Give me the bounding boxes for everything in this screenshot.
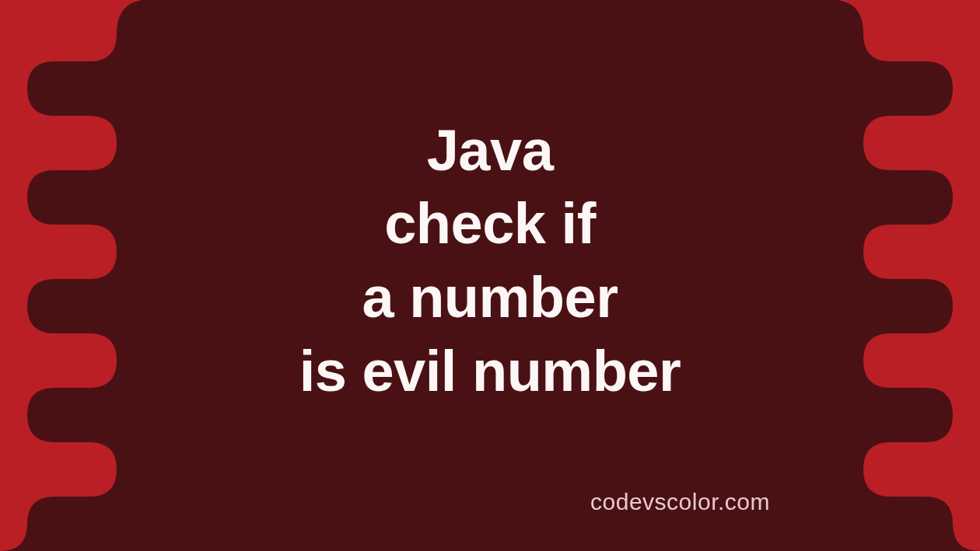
banner-title: Java check if a number is evil number (0, 113, 980, 408)
title-line-3: a number (362, 265, 618, 330)
title-line-2: check if (384, 191, 596, 256)
title-line-4: is evil number (299, 338, 681, 403)
footer-attribution: codevscolor.com (590, 489, 770, 515)
title-line-1: Java (427, 117, 554, 182)
